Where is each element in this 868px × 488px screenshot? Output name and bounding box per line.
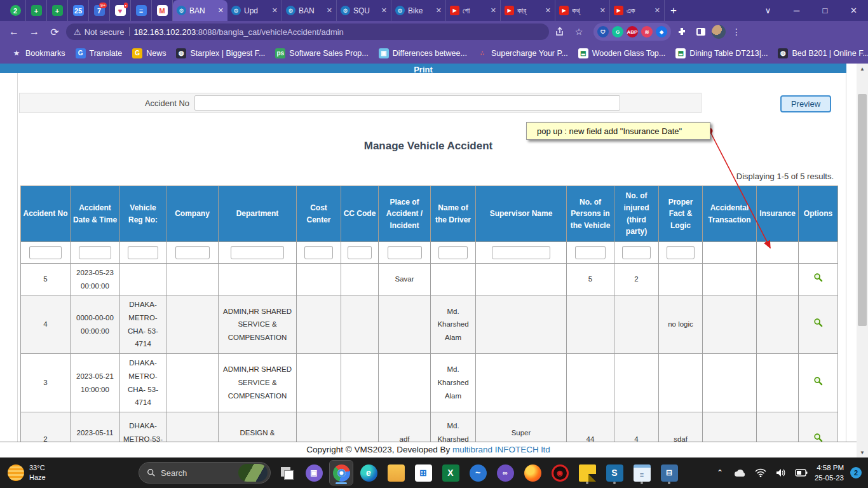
- col-header-15[interactable]: Options: [799, 186, 838, 242]
- col-header-7[interactable]: Place of Accident / Incident: [379, 186, 431, 242]
- col-header-11[interactable]: No. of injured (third party): [614, 186, 659, 242]
- docs-pinned-tab[interactable]: ≡: [131, 0, 152, 21]
- calculator-icon[interactable]: ⊟: [658, 461, 681, 485]
- parachute-extension-icon[interactable]: ◆: [656, 26, 667, 37]
- page-scrollbar[interactable]: ▲ ▼: [857, 64, 868, 458]
- col-header-14[interactable]: Insurance: [757, 186, 799, 242]
- tab-close-icon[interactable]: ✕: [272, 6, 278, 15]
- start-button[interactable]: [111, 461, 134, 485]
- tab-close-icon[interactable]: ✕: [381, 6, 387, 15]
- filter-input-11[interactable]: [622, 246, 651, 259]
- gmail-pinned-tab[interactable]: M: [152, 0, 173, 21]
- col-header-9[interactable]: Supervisor Name: [476, 186, 567, 242]
- reload-button[interactable]: ⟳: [46, 23, 64, 41]
- excel-icon[interactable]: X: [439, 461, 462, 485]
- sublime-text-icon[interactable]: S: [603, 461, 626, 485]
- bookmark-item-6[interactable]: ∴Supercharge Your P...: [472, 46, 573, 60]
- browser-tab-6[interactable]: ▶কার্✕: [501, 0, 555, 21]
- filter-input-9[interactable]: [492, 246, 550, 259]
- col-header-0[interactable]: Accident No: [21, 186, 71, 242]
- developer-link[interactable]: multibrand INFOTECH ltd: [452, 445, 550, 454]
- maximize-button[interactable]: □: [811, 0, 839, 21]
- sticky-notes-icon[interactable]: [576, 461, 599, 485]
- adblock-plus-extension-icon[interactable]: ABP: [627, 26, 638, 37]
- tab-search-chevron[interactable]: ∨: [754, 0, 782, 21]
- view-magnifier-icon[interactable]: [813, 433, 823, 442]
- browser-tab-3[interactable]: ⚙SQU✕: [337, 0, 391, 21]
- browser-tab-2[interactable]: ⚙BAN✕: [282, 0, 337, 21]
- bookmark-item-1[interactable]: GTranslate: [71, 46, 128, 60]
- profile-avatar[interactable]: [712, 25, 726, 39]
- filter-input-3[interactable]: [175, 246, 210, 259]
- browser-tab-5[interactable]: ▶গো✕: [446, 0, 501, 21]
- calendar-7-pinned-tab[interactable]: 79+: [89, 0, 110, 21]
- col-header-3[interactable]: Company: [166, 186, 219, 242]
- col-header-4[interactable]: Department: [219, 186, 297, 242]
- browser-tab-0[interactable]: ⚙BAN✕: [173, 0, 227, 21]
- back-button[interactable]: ←: [5, 23, 23, 41]
- view-magnifier-icon[interactable]: [813, 376, 823, 386]
- task-view-button[interactable]: [275, 461, 298, 485]
- preview-button[interactable]: Preview: [780, 95, 831, 112]
- calendar-pinned-tab[interactable]: 25: [68, 0, 89, 21]
- camera-app-icon[interactable]: ▣: [302, 461, 325, 485]
- weather-widget[interactable]: 33°C Haze: [0, 463, 111, 482]
- bookmark-item-0[interactable]: ★Bookmarks: [6, 46, 71, 60]
- side-panel-icon[interactable]: [693, 24, 709, 40]
- browser-tab-1[interactable]: ⚙Upd✕: [227, 0, 282, 21]
- minimize-button[interactable]: ─: [782, 0, 811, 21]
- taskbar-clock[interactable]: 4:58 PM 25-05-23: [815, 463, 844, 483]
- col-header-6[interactable]: CC Code: [341, 186, 379, 242]
- sheets-pinned-tab[interactable]: +: [26, 0, 47, 21]
- col-header-2[interactable]: Vehicle Reg No:: [120, 186, 166, 242]
- onedrive-cloud-icon[interactable]: [733, 466, 747, 480]
- pocket-pinned-tab[interactable]: ♥•: [110, 0, 131, 21]
- scrollbar-thumb[interactable]: [858, 94, 867, 326]
- tab-close-icon[interactable]: ✕: [654, 6, 660, 15]
- chrome-icon[interactable]: [330, 461, 353, 485]
- lastpass-extension-icon[interactable]: ≋: [641, 26, 653, 37]
- whatsapp-pinned-tab[interactable]: 2: [5, 0, 26, 21]
- tab-close-icon[interactable]: ✕: [218, 6, 224, 15]
- tab-close-icon[interactable]: ✕: [600, 6, 606, 15]
- col-header-10[interactable]: No. of Persons in the Vehicle: [567, 186, 614, 242]
- wifi-icon[interactable]: [754, 466, 768, 480]
- taskbar-search[interactable]: Search: [139, 462, 271, 484]
- goggles-app-icon[interactable]: ∞: [494, 461, 517, 485]
- view-magnifier-icon[interactable]: [813, 273, 823, 282]
- battery-icon[interactable]: [794, 466, 808, 480]
- accident-no-input[interactable]: [194, 95, 620, 111]
- new-tab-button[interactable]: +: [665, 2, 682, 20]
- bookmark-item-3[interactable]: ◍Starplex | Biggest F...: [171, 46, 270, 60]
- tab-close-icon[interactable]: ✕: [545, 6, 551, 15]
- filter-input-7[interactable]: [388, 246, 422, 259]
- filter-input-10[interactable]: [575, 246, 606, 259]
- close-button[interactable]: ✕: [839, 0, 868, 21]
- not-secure-warning[interactable]: ⚠ Not secure: [74, 27, 125, 37]
- shield-lock-extension-icon[interactable]: 🛡: [597, 26, 609, 37]
- col-header-12[interactable]: Proper Fact & Logic: [659, 186, 703, 242]
- file-explorer-icon[interactable]: [384, 461, 407, 485]
- col-header-5[interactable]: Cost Center: [297, 186, 341, 242]
- browser-menu-icon[interactable]: ⋮: [728, 24, 745, 40]
- grammarly-extension-icon[interactable]: G: [612, 26, 623, 37]
- scroll-up-arrow[interactable]: ▲: [857, 64, 868, 74]
- firefox-icon[interactable]: [521, 461, 544, 485]
- filter-input-8[interactable]: [438, 246, 468, 259]
- col-header-13[interactable]: Accidental Transaction: [703, 186, 757, 242]
- tab-close-icon[interactable]: ✕: [491, 6, 496, 15]
- filter-input-1[interactable]: [79, 246, 111, 259]
- col-header-1[interactable]: Accident Date & Time: [71, 186, 120, 242]
- bookmark-item-4[interactable]: psSoftware Sales Prop...: [270, 46, 373, 60]
- tab-close-icon[interactable]: ✕: [327, 6, 332, 15]
- bookmark-item-5[interactable]: ▣Differences betwee...: [374, 46, 472, 60]
- view-magnifier-icon[interactable]: [813, 318, 823, 327]
- microsoft-store-icon[interactable]: ⊞: [412, 461, 435, 485]
- browser-tab-4[interactable]: ⚙Bike✕: [391, 0, 446, 21]
- forward-button[interactable]: →: [25, 23, 43, 41]
- notepad-icon[interactable]: ≡: [630, 461, 653, 485]
- red-app-icon[interactable]: ◉: [548, 461, 571, 485]
- bookmark-item-9[interactable]: ◍Bed B201 | Online F...: [773, 46, 868, 60]
- address-bar[interactable]: ⚠ Not secure 182.163.102.203:8088/bangla…: [66, 24, 549, 40]
- scroll-down-arrow[interactable]: ▼: [857, 447, 868, 458]
